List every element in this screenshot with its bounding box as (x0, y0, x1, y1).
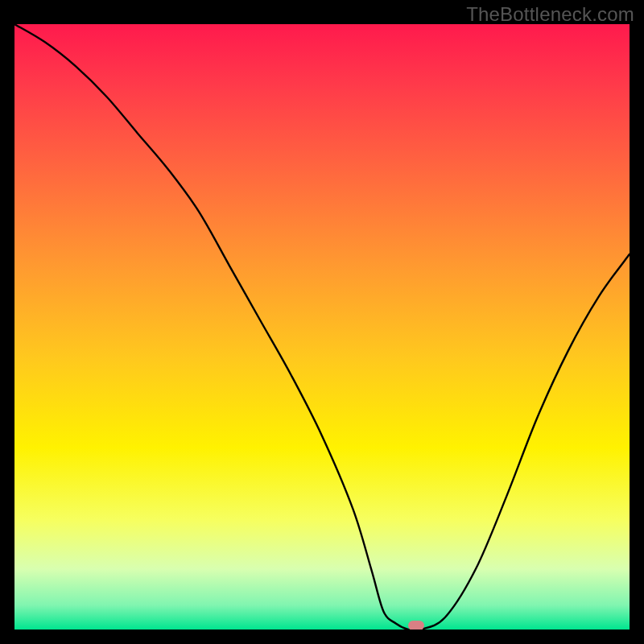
optimal-marker (408, 621, 424, 630)
chart-frame: TheBottleneck.com (0, 0, 644, 644)
bottleneck-curve (14, 24, 630, 630)
watermark-text: TheBottleneck.com (466, 3, 634, 26)
plot-area (14, 24, 630, 630)
